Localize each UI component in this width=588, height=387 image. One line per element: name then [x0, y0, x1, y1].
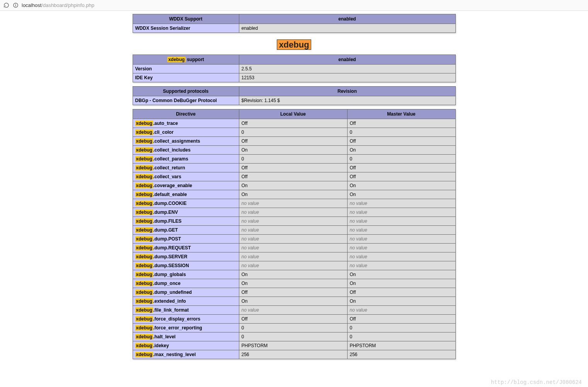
master-value: no value [347, 244, 455, 252]
svg-point-2 [15, 4, 16, 4]
directive-name: xdebug.idekey [133, 341, 239, 350]
local-value: no value [239, 244, 347, 252]
master-value: Off [347, 164, 455, 172]
url-path: /dashboard/phpinfo.php [41, 2, 94, 8]
directives-header-master: Master Value [347, 109, 455, 119]
directive-suffix: .dump_once [153, 281, 181, 286]
directive-prefix: xdebug [135, 281, 153, 286]
directive-suffix: .coverage_enable [153, 183, 192, 188]
table-row: xdebug.max_nesting_level256256 [133, 350, 455, 359]
local-value: no value [239, 208, 347, 217]
local-value: no value [239, 217, 347, 226]
directive-name: xdebug.dump.REQUEST [133, 244, 239, 252]
support-header-suffix: support [186, 57, 204, 62]
directive-prefix: xdebug [135, 174, 153, 179]
master-value: On [347, 270, 455, 279]
local-value: no value [239, 235, 347, 244]
master-value: On [347, 146, 455, 155]
table-row: WDDX Session Serializer enabled [133, 24, 455, 33]
directive-prefix: xdebug [135, 218, 153, 224]
directive-prefix: xdebug [135, 147, 153, 153]
master-value: Off [347, 172, 455, 181]
reload-icon[interactable] [3, 2, 9, 9]
master-value: Off [347, 119, 455, 128]
directive-name: xdebug.halt_level [133, 332, 239, 341]
protocols-row-label: DBGp - Common DeBuGger Protocol [133, 96, 239, 105]
master-value: Off [347, 288, 455, 297]
directive-prefix: xdebug [135, 183, 153, 188]
wddx-table: WDDX Support enabled WDDX Session Serial… [133, 14, 456, 33]
directive-prefix: xdebug [135, 343, 153, 348]
directive-suffix: .idekey [153, 343, 169, 348]
directive-name: xdebug.dump_globals [133, 270, 239, 279]
local-value: 0 [239, 128, 347, 137]
table-row: xdebug.dump.FILESno valueno value [133, 217, 455, 226]
directive-suffix: .max_nesting_level [153, 352, 196, 357]
local-value: 0 [239, 332, 347, 341]
directive-prefix: xdebug [135, 334, 153, 339]
local-value: no value [239, 199, 347, 208]
master-value: Off [347, 137, 455, 146]
table-row: DBGp - Common DeBuGger Protocol $Revisio… [133, 96, 455, 105]
directive-name: xdebug.force_error_reporting [133, 324, 239, 332]
directive-prefix: xdebug [135, 254, 153, 259]
directive-suffix: .collect_includes [153, 147, 191, 153]
local-value: On [239, 297, 347, 306]
local-value: On [239, 279, 347, 288]
directive-suffix: .dump.SESSION [153, 263, 189, 268]
directive-prefix: xdebug [135, 325, 153, 331]
info-icon[interactable] [12, 2, 19, 9]
directive-suffix: .dump_undefined [153, 290, 192, 295]
local-value: Off [239, 119, 347, 128]
wddx-row-value: enabled [239, 24, 455, 33]
wddx-header-enabled: enabled [239, 14, 455, 24]
directive-name: xdebug.file_link_format [133, 306, 239, 315]
directive-suffix: .dump.SERVER [153, 254, 187, 259]
table-row: xdebug.dump.REQUESTno valueno value [133, 244, 455, 252]
master-value: 0 [347, 155, 455, 164]
table-row: xdebug.dump.ENVno valueno value [133, 208, 455, 217]
directive-label: IDE Key [133, 73, 239, 82]
table-row: xdebug.halt_level00 [133, 332, 455, 341]
wddx-row-label: WDDX Session Serializer [133, 24, 239, 33]
directive-suffix: .collect_params [153, 156, 188, 162]
directive-suffix: .cli_color [153, 130, 174, 135]
master-value: Off [347, 315, 455, 324]
phpinfo-page: WDDX Support enabled WDDX Session Serial… [133, 14, 456, 359]
table-row: xdebug.file_link_formatno valueno value [133, 306, 455, 315]
table-row: xdebug.dump.GETno valueno value [133, 226, 455, 235]
local-value: On [239, 190, 347, 199]
directive-suffix: .file_link_format [153, 307, 189, 313]
directive-name: xdebug.dump.GET [133, 226, 239, 235]
directive-name: xdebug.dump.COOKIE [133, 199, 239, 208]
local-value: Off [239, 315, 347, 324]
master-value: no value [347, 208, 455, 217]
directive-name: xdebug.dump.SERVER [133, 252, 239, 261]
table-row: xdebug.idekeyPHPSTORMPHPSTORM [133, 341, 455, 350]
directive-name: xdebug.collect_return [133, 164, 239, 172]
master-value: no value [347, 235, 455, 244]
directive-name: xdebug.dump_once [133, 279, 239, 288]
local-value: no value [239, 306, 347, 315]
directive-name: xdebug.dump.SESSION [133, 261, 239, 270]
protocols-table: Supported protocols Revision DBGp - Comm… [133, 86, 456, 105]
master-value: On [347, 279, 455, 288]
section-title: xdebug [133, 40, 456, 50]
directive-suffix: .dump.POST [153, 236, 181, 242]
local-value: On [239, 181, 347, 190]
url-field[interactable]: localhost/dashboard/phpinfo.php [22, 2, 585, 9]
table-row: xdebug.default_enableOnOn [133, 190, 455, 199]
table-row: xdebug.dump.POSTno valueno value [133, 235, 455, 244]
directive-suffix: .collect_return [153, 165, 185, 170]
directive-prefix: xdebug [135, 236, 153, 242]
table-row: xdebug.dump_undefinedOffOff [133, 288, 455, 297]
table-row: xdebug.coverage_enableOnOn [133, 181, 455, 190]
directive-name: xdebug.coverage_enable [133, 181, 239, 190]
table-row: xdebug.dump.SESSIONno valueno value [133, 261, 455, 270]
section-title-text: xdebug [277, 39, 311, 50]
directive-name: xdebug.cli_color [133, 128, 239, 137]
directive-name: xdebug.default_enable [133, 190, 239, 199]
table-row: xdebug.dump_onceOnOn [133, 279, 455, 288]
table-row: xdebug.force_display_errorsOffOff [133, 315, 455, 324]
master-value: 0 [347, 128, 455, 137]
